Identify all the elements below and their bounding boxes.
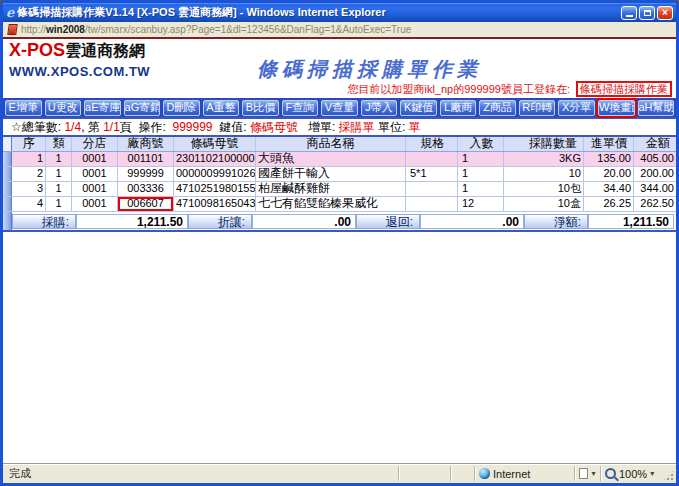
return-button[interactable]: 退回:: [356, 214, 420, 229]
table-row[interactable]: 2100019999990000009991026國產餅干輸入5*111020.…: [3, 167, 676, 182]
info-segment: 1/1: [103, 120, 120, 134]
table-cell: 1: [458, 182, 504, 196]
table-cell: 5*1: [406, 167, 458, 181]
toolbar-button[interactable]: B比價: [242, 100, 279, 116]
table-cell: 大頭魚: [256, 152, 406, 166]
row-selector[interactable]: [3, 197, 12, 211]
toolbar-button[interactable]: A重整: [203, 100, 240, 116]
info-segment: 增單:: [298, 119, 339, 136]
security-zone: Internet: [474, 466, 574, 481]
toolbar-button[interactable]: R印轉: [519, 100, 556, 116]
table-cell: 20.00: [584, 167, 634, 181]
purchase-total-button[interactable]: 採購:: [12, 214, 76, 229]
return-value: .00: [420, 214, 524, 229]
table-cell: 1: [12, 152, 46, 166]
toolbar-button[interactable]: J帶入: [361, 100, 398, 116]
page-menu[interactable]: ▾: [574, 466, 600, 481]
table-cell: 12: [458, 197, 504, 211]
table-cell: 34.40: [584, 182, 634, 196]
purchase-total-value: 1,211.50: [76, 214, 188, 229]
table-cell: 10: [504, 167, 584, 181]
info-segment: 單: [409, 119, 421, 136]
row-selector[interactable]: [3, 152, 12, 166]
minimize-button[interactable]: [621, 6, 637, 20]
toolbar-button[interactable]: Z商品: [479, 100, 516, 116]
table-cell: 10盒: [504, 197, 584, 211]
toolbar-button[interactable]: E增筆: [5, 100, 42, 116]
row-selector[interactable]: [3, 167, 12, 181]
column-header: 金額: [634, 137, 676, 151]
globe-icon: [479, 468, 490, 479]
table-cell: [406, 182, 458, 196]
column-header: 序: [12, 137, 46, 151]
table-cell: 3KG: [504, 152, 584, 166]
table-cell: 26.25: [584, 197, 634, 211]
window-title: 條碼掃描採購作業V1.14 [X-POS 雲通商務網] - Windows In…: [17, 5, 618, 20]
info-segment: 1/4: [64, 120, 81, 134]
table-row[interactable]: 3100010033364710251980155柏屋鹹酥雞餅110包34.40…: [3, 182, 676, 197]
table-cell: 柏屋鹹酥雞餅: [256, 182, 406, 196]
page-title: 條碼掃描採購單作業: [123, 56, 616, 83]
net-total-button[interactable]: 淨額:: [524, 214, 588, 229]
row-selector[interactable]: [3, 182, 12, 196]
info-segment: 頁 操作:: [120, 119, 173, 136]
column-header: 分店: [72, 137, 118, 151]
table-cell: 006607: [118, 197, 174, 211]
discount-button[interactable]: 折讓:: [188, 214, 252, 229]
table-cell: 262.50: [634, 197, 676, 211]
table-cell: 國產餅干輸入: [256, 167, 406, 181]
column-header: 採購數量: [504, 137, 584, 151]
toolbar-button[interactable]: W換畫面: [598, 100, 635, 116]
net-total-value: 1,211.50: [588, 214, 674, 229]
table-cell: 1: [46, 182, 72, 196]
table-cell: 1: [458, 167, 504, 181]
toolbar-button[interactable]: F查詢: [282, 100, 319, 116]
status-panel: [398, 466, 450, 481]
table-cell: 七七有餡雙餡榛果威化: [256, 197, 406, 211]
url-host: win2008: [46, 24, 85, 35]
column-header: 規格: [406, 137, 458, 151]
close-button[interactable]: ×: [657, 6, 673, 20]
status-bar: 完成 Internet ▾ 100%▾: [3, 463, 676, 483]
toolbar-button[interactable]: aE寄庫: [84, 100, 121, 116]
window-controls: ×: [621, 6, 673, 20]
toolbar-button[interactable]: aH幫助: [638, 100, 675, 116]
table-row[interactable]: 4100010066074710098165043七七有餡雙餡榛果威化1210盒…: [3, 197, 676, 212]
table-cell: 1: [46, 197, 72, 211]
toolbar-button[interactable]: aG寄銷: [124, 100, 161, 116]
table-cell: 001101: [118, 152, 174, 166]
table-header-row: 序類分店廠商號條碼母號商品名稱規格入數採購數量進單價金額: [3, 137, 676, 152]
column-header: 條碼母號: [174, 137, 256, 151]
info-segment: 鍵值:: [213, 119, 250, 136]
table-cell: [406, 152, 458, 166]
toolbar: E增筆U更改aE寄庫aG寄銷D刪除A重整B比價F查詢V查量J帶入K鍵值L廠商Z商…: [3, 98, 676, 117]
table-cell: 344.00: [634, 182, 676, 196]
toolbar-button[interactable]: K鍵值: [400, 100, 437, 116]
zoom-control[interactable]: 100%▾: [600, 466, 662, 481]
toolbar-button[interactable]: L廠商: [440, 100, 477, 116]
toolbar-button[interactable]: X分單: [558, 100, 595, 116]
caret-down-icon: ▾: [591, 469, 595, 478]
table-cell: 003336: [118, 182, 174, 196]
table-row[interactable]: 1100010011012301102100000大頭魚13KG135.0040…: [3, 152, 676, 167]
toolbar-button[interactable]: V查量: [321, 100, 358, 116]
table-cell: 1: [46, 152, 72, 166]
maximize-button[interactable]: [639, 6, 655, 20]
toolbar-button[interactable]: U更改: [45, 100, 82, 116]
status-panel: [450, 466, 474, 481]
address-bar[interactable]: http://win2008/tw/smarx/scanbuy.asp?Page…: [3, 22, 676, 39]
info-segment: ☆總筆數:: [11, 119, 64, 136]
row-selector: [3, 137, 12, 151]
column-header: 類: [46, 137, 72, 151]
table-cell: 0001: [72, 197, 118, 211]
table-cell: 1: [458, 152, 504, 166]
info-segment: 採購單: [339, 119, 375, 136]
table-cell: 0001: [72, 167, 118, 181]
zoom-level: 100%: [619, 468, 647, 480]
toolbar-button[interactable]: D刪除: [163, 100, 200, 116]
resize-grip[interactable]: [662, 469, 675, 482]
url-text[interactable]: http://win2008/tw/smarx/scanbuy.asp?Page…: [21, 24, 411, 35]
table-cell: 0001: [72, 152, 118, 166]
magnifier-icon: [605, 468, 616, 479]
url-prefix: http://: [21, 24, 46, 35]
